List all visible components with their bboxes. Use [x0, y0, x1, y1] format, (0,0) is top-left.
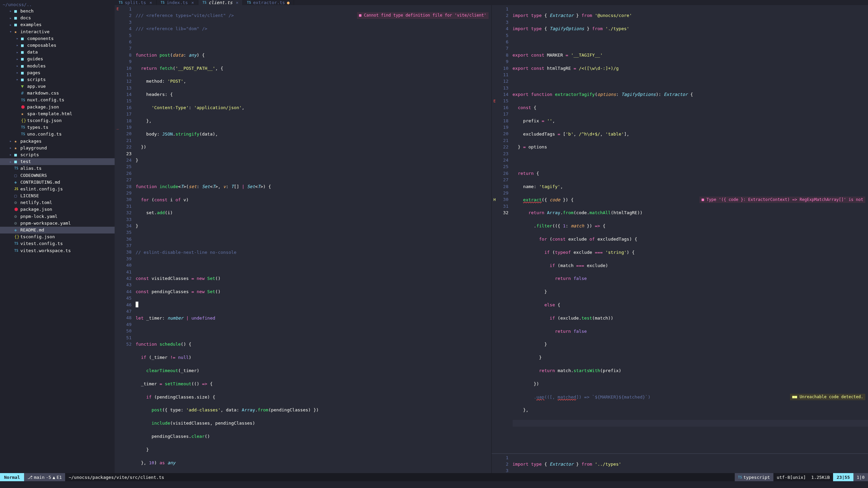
warn-icon: ▲ — [53, 475, 55, 480]
tab-bar: TSsplit.ts×TSindex.ts×TSclient.ts×TSextr… — [115, 0, 868, 5]
file-CODEOWNERS[interactable]: ▢CODEOWNERS — [0, 172, 115, 179]
folder-data[interactable]: ▸■data — [0, 49, 115, 56]
vim-mode: Normal — [0, 473, 24, 481]
ts-icon: TS — [119, 1, 123, 4]
folder-guides[interactable]: ▸■guides — [0, 56, 115, 62]
tab-split.ts[interactable]: TSsplit.ts× — [115, 0, 157, 5]
tab-client.ts[interactable]: TSclient.ts× — [198, 0, 243, 5]
file-package.json[interactable]: ⬢package.json — [0, 206, 115, 213]
branch-icon: ⎇ — [27, 475, 33, 480]
file-tsconfig.json[interactable]: {}tsconfig.json — [0, 233, 115, 240]
file-uno.config.ts[interactable]: TSuno.config.ts — [0, 131, 115, 138]
file-alias.ts[interactable]: TSalias.ts — [0, 165, 115, 172]
git-status: ⎇ main -5 ▲ E1 — [24, 473, 65, 481]
filetype: TS typescript — [735, 473, 773, 481]
ts-icon: TS — [247, 1, 251, 4]
cwd-label: ~/unocss/.. — [0, 1, 115, 8]
file-tsconfig.json[interactable]: {}tsconfig.json — [0, 117, 115, 124]
folder-test[interactable]: ▸■test — [0, 158, 115, 165]
tab-extractor.ts[interactable]: TSextractor.ts● — [243, 0, 294, 5]
scroll-position: 1|0 — [853, 473, 868, 481]
status-line: Normal ⎇ main -5 ▲ E1 ~/unocss/packages/… — [0, 473, 868, 481]
file-netlify.toml[interactable]: ⚙netlify.toml — [0, 199, 115, 206]
file-LICENSE[interactable]: ▢LICENSE — [0, 192, 115, 199]
ts-icon: TS — [202, 1, 206, 4]
file-nuxt.config.ts[interactable]: TSnuxt.config.ts — [0, 97, 115, 103]
encoding: utf-8[unix] 1.25KiB — [773, 475, 833, 480]
modified-icon: ● — [287, 0, 290, 5]
close-icon[interactable]: × — [150, 0, 152, 5]
ts-icon: TS — [161, 1, 165, 4]
file-pnpm-workspace.yaml[interactable]: ⚙pnpm-workspace.yaml — [0, 220, 115, 227]
folder-interactive[interactable]: ▾★interactive — [0, 28, 115, 35]
tab-index.ts[interactable]: TSindex.ts× — [157, 0, 199, 5]
folder-pages[interactable]: ▸■pages — [0, 69, 115, 76]
folder-scripts[interactable]: ▸■scripts — [0, 76, 115, 83]
diagnostic-error: ■ Cannot find type definition file for '… — [357, 12, 489, 19]
folder-docs[interactable]: ▸■docs — [0, 15, 115, 21]
folder-bench[interactable]: ▸■bench — [0, 8, 115, 15]
editor-pane-right[interactable]: EH 1234567891011121314151617181920212223… — [491, 5, 868, 473]
folder-composables[interactable]: ▸■composables — [0, 42, 115, 49]
folder-components[interactable]: ▸■components — [0, 35, 115, 42]
file-CONTRIBUTING.md[interactable]: ◈CONTRIBUTING.md — [0, 179, 115, 186]
file-spa-template.html[interactable]: ★spa-template.html — [0, 110, 115, 117]
folder-modules[interactable]: ▸■modules — [0, 63, 115, 69]
editor-pane-left[interactable]: E_ 1234567891011121314151617181920212223… — [115, 5, 491, 473]
file-tree[interactable]: ~/unocss/.. ▸■bench▸■docs▸■examples▾★int… — [0, 0, 115, 473]
file-vitest.workspace.ts[interactable]: TSvitest.workspace.ts — [0, 247, 115, 254]
file-app.vue[interactable]: ▼app.vue — [0, 83, 115, 90]
close-icon[interactable]: × — [191, 0, 194, 5]
file-path: ~/unocss/packages/vite/src/client.ts — [65, 475, 734, 480]
file-eslint.config.js[interactable]: JSeslint.config.js — [0, 186, 115, 192]
file-pnpm-lock.yaml[interactable]: ⚙pnpm-lock.yaml — [0, 213, 115, 220]
file-markdown.css[interactable]: #markdown.css — [0, 90, 115, 97]
diagnostic-hint: ■■ Unreachable code detected. — [790, 394, 865, 400]
folder-packages[interactable]: ▸★packages — [0, 138, 115, 145]
ts-icon: TS — [738, 475, 742, 479]
bottom-bar — [0, 481, 868, 488]
file-vitest.config.ts[interactable]: TSvitest.config.ts — [0, 240, 115, 247]
close-icon[interactable]: × — [236, 0, 239, 5]
folder-playground[interactable]: ▸★playground — [0, 145, 115, 151]
file-README.md[interactable]: ◈README.md — [0, 227, 115, 233]
folder-examples[interactable]: ▸■examples — [0, 21, 115, 28]
cursor-position: 23|55 — [833, 473, 853, 481]
cursor — [136, 302, 138, 307]
file-types.ts[interactable]: TStypes.ts — [0, 124, 115, 131]
file-package.json[interactable]: ⬢package.json — [0, 104, 115, 110]
folder-scripts[interactable]: ▸■scripts — [0, 151, 115, 158]
diagnostic-error: ■ Type '({ code }: ExtractorContext) => … — [699, 197, 865, 203]
